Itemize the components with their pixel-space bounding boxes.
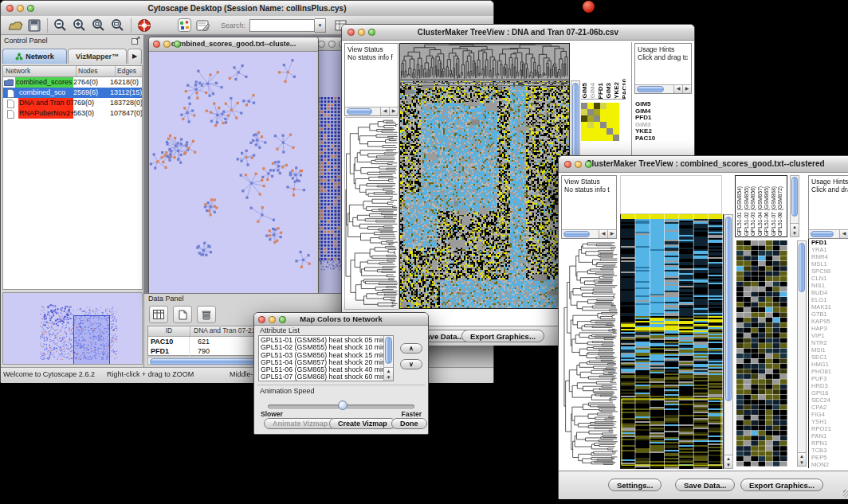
tv2-column-label[interactable]: GPL51-03 (GSM856) (750, 186, 756, 236)
zoom-button[interactable] (27, 5, 34, 12)
annotation-button[interactable] (194, 17, 213, 34)
tv2-zoom-vscrollbar[interactable]: ▲▼ (797, 240, 807, 467)
tv1-column-label[interactable]: GIM5 (581, 83, 588, 99)
slider-thumb[interactable] (338, 400, 347, 410)
tv2-gene-label[interactable]: YSH1 (811, 418, 848, 425)
tab-network[interactable]: Network (2, 49, 67, 64)
network-overview-canvas[interactable] (3, 293, 142, 364)
network-table-row[interactable]: combined_scores2764(0)16218(0) (3, 77, 142, 88)
scroll-arrows[interactable]: ▲▼ (791, 223, 799, 236)
tv1-column-label[interactable]: PFD1 (597, 83, 604, 99)
move-up-button[interactable]: ∧ (400, 343, 422, 354)
tv2-gene-label[interactable]: MAK31 (811, 303, 848, 311)
scroll-arrows[interactable]: ▲▼ (384, 367, 393, 381)
network-table-row[interactable]: combined_sco2569(6)13112(15) (3, 88, 142, 98)
zoom-button[interactable] (368, 29, 375, 36)
tv2-gene-label[interactable]: SPC98 (811, 268, 848, 275)
tv2-gene-label[interactable]: PFD1 (811, 239, 848, 246)
tv2-gene-label[interactable]: PAN1 (811, 432, 848, 440)
float-panel-icon[interactable] (132, 37, 140, 45)
tv2-heatmap-vscrollbar[interactable]: ▲▼ (724, 214, 733, 469)
network-table-row[interactable]: DNA and Tran 07769(0)183728(0) (3, 98, 142, 108)
tab-vizmapper[interactable]: VizMapper™ (68, 49, 127, 64)
tv2-column-label[interactable]: GPL51-01 (GSM854) (736, 186, 742, 236)
tv2-gene-label[interactable]: ELG1 (811, 296, 848, 303)
tv2-gene-label[interactable]: SEC1 (811, 354, 848, 361)
close-button[interactable] (564, 161, 571, 168)
tv2-gene-label[interactable]: YRA1 (811, 246, 848, 253)
network-view-title-bar[interactable]: combined_scores_good.txt--cluste... (149, 37, 318, 52)
tv2-button-export-graphics---[interactable]: Export Graphics... (740, 479, 823, 491)
usage-hints-hscrollbar[interactable]: ◀ ▶ (809, 229, 848, 238)
zoom-button[interactable] (174, 41, 181, 48)
tv2-gene-label[interactable]: HAP3 (811, 325, 848, 332)
scroll-right-arrow[interactable]: ▶ (389, 107, 398, 115)
open-session-button[interactable] (6, 17, 25, 34)
network-canvas[interactable] (149, 52, 316, 293)
scroll-right-arrow[interactable]: ▶ (607, 230, 616, 238)
close-button[interactable] (347, 29, 355, 36)
tv1-button-export-graphics---[interactable]: Export Graphics... (461, 330, 544, 342)
view-status-hscrollbar[interactable]: ◀ ▶ (562, 229, 616, 238)
tv2-gene-label[interactable]: RPN1 (811, 440, 848, 447)
zoom-button[interactable] (279, 316, 286, 323)
dialog-title-bar[interactable]: Map Colors to Network (254, 313, 428, 326)
tv1-zoom-matrix[interactable] (581, 103, 619, 141)
resize-grip[interactable] (843, 490, 848, 498)
scroll-left-arrow[interactable]: ◀ (599, 230, 607, 238)
zoom-selected-button[interactable] (89, 17, 108, 34)
close-button[interactable] (153, 41, 160, 48)
attribute-list-vscrollbar[interactable]: ▲▼ (383, 336, 393, 381)
tv2-gene-label[interactable]: HRD3 (811, 382, 848, 389)
tv2-button-settings---[interactable]: Settings... (608, 479, 662, 491)
create-attribute-button[interactable] (173, 306, 192, 323)
tv2-labels-vscrollbar[interactable]: ▲▼ (790, 175, 799, 237)
tv1-column-label[interactable]: GIM4 (589, 83, 596, 99)
tv2-gene-label[interactable]: NTR2 (811, 339, 848, 346)
treeview1-title-bar[interactable]: ClusterMaker TreeView : DNA and Tran 07-… (342, 25, 694, 41)
tv2-gene-label[interactable]: CPA2 (811, 404, 848, 411)
tv2-gene-label[interactable]: MSL1 (811, 260, 848, 268)
delete-attribute-button[interactable] (197, 306, 216, 323)
tv1-column-label[interactable]: YKE2 (613, 82, 620, 99)
tv2-column-label[interactable]: GPL51-02 (GSM855) (744, 186, 749, 236)
scroll-left-arrow[interactable]: ◀ (380, 107, 389, 115)
search-dropdown-button[interactable]: ▼ (315, 18, 326, 33)
select-attributes-button[interactable] (149, 306, 168, 323)
network-table-row[interactable]: RNAPuberNov2+563(0)107847(0) (3, 108, 142, 119)
attribute-list-item[interactable]: GPL51-07 (GSM868) heat shock 60 min (261, 373, 383, 381)
minimize-button[interactable] (358, 29, 365, 36)
close-button[interactable] (258, 316, 265, 323)
zoom-in-button[interactable] (70, 17, 89, 34)
tv1-heatmap[interactable] (399, 80, 570, 309)
minimize-button[interactable] (269, 316, 276, 323)
tv2-gene-label[interactable]: NIS1 (811, 282, 848, 289)
create-vizmap-button[interactable]: Create Vizmap (329, 418, 396, 429)
zoom-button[interactable] (585, 161, 592, 168)
tv2-gene-label[interactable]: GPI16 (811, 389, 848, 397)
animate-vizmap-button[interactable]: Animate Vizmap (264, 418, 336, 429)
scroll-arrows[interactable]: ▲▼ (724, 455, 732, 468)
tv2-gene-label[interactable]: BUD4 (811, 289, 848, 296)
close-button[interactable] (6, 5, 14, 12)
minimize-button[interactable] (328, 41, 336, 48)
tv1-column-dendrogram[interactable] (399, 43, 570, 80)
view-status-hscrollbar[interactable]: ◀ ▶ (345, 107, 398, 115)
tv2-gene-label[interactable]: PUF3 (811, 375, 848, 382)
desktop-app-icon[interactable] (583, 1, 595, 13)
scroll-left-arrow[interactable]: ◀ (673, 85, 682, 93)
usage-hints-hscrollbar[interactable]: ◀ ▶ (635, 84, 691, 93)
tv2-column-label[interactable]: GPL51-07 (GSM868) (771, 186, 776, 236)
scroll-left-arrow[interactable]: ◀ (839, 230, 848, 238)
tv1-row-label[interactable]: PAC10 (635, 135, 688, 143)
help-button[interactable] (135, 17, 154, 34)
tv2-gene-label[interactable]: KAP95 (811, 318, 848, 325)
tv2-gene-label[interactable]: PHO81 (811, 368, 848, 375)
scroll-arrows[interactable]: ▲▼ (798, 452, 806, 466)
tv2-column-label[interactable]: GPL51-04 (GSM857) (757, 186, 763, 236)
close-button[interactable] (318, 41, 325, 48)
tv1-column-label[interactable]: GIM3 (605, 83, 612, 99)
tv2-gene-label[interactable]: VIP1 (811, 332, 848, 339)
scroll-right-arrow[interactable]: ▶ (682, 85, 691, 93)
tv2-gene-label[interactable]: RNR4 (811, 253, 848, 260)
